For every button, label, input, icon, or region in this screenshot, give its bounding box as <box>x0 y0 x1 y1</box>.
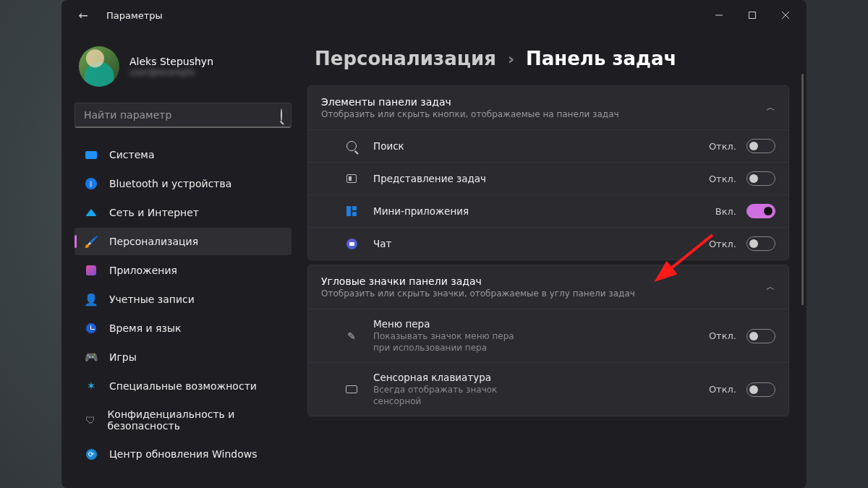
apps-icon <box>85 264 98 277</box>
widgets-icon <box>343 206 360 216</box>
refresh-icon: ⟳ <box>85 448 98 461</box>
chat-icon <box>343 239 360 249</box>
row-chat: Чат Откл. <box>308 227 788 260</box>
row-taskview: Представление задач Откл. <box>308 162 788 194</box>
sidebar-item-label: Время и язык <box>109 322 181 334</box>
maximize-button[interactable] <box>736 4 769 27</box>
profile-name: Aleks Stepushyn <box>129 56 213 67</box>
back-button[interactable]: ← <box>73 9 93 22</box>
sidebar-item-accessibility[interactable]: ✶Специальные возможности <box>75 372 292 400</box>
breadcrumb-parent[interactable]: Персонализация <box>315 48 496 69</box>
sidebar-item-label: Конфиденциальность и безопасность <box>107 408 281 432</box>
toggle-state: Откл. <box>709 239 736 249</box>
sidebar-item-label: Игры <box>109 351 137 363</box>
close-button[interactable] <box>769 4 802 27</box>
accessibility-icon: ✶ <box>85 380 98 393</box>
breadcrumb-current: Панель задач <box>526 48 676 69</box>
sidebar-item-personalization[interactable]: 🖌️Персонализация <box>75 228 292 255</box>
sidebar-item-time[interactable]: Время и язык <box>75 314 292 342</box>
sidebar-item-gaming[interactable]: 🎮Игры <box>75 343 292 371</box>
corner-icons-panel: Угловые значки панели задач Отобразить и… <box>307 265 789 416</box>
toggle-state: Откл. <box>709 330 736 341</box>
row-touch-keyboard: Сенсорная клавиатура Всегда отображать з… <box>308 362 788 416</box>
toggle-taskview[interactable] <box>746 171 775 186</box>
sidebar-item-label: Специальные возможности <box>109 380 257 392</box>
row-label: Чат <box>373 238 709 249</box>
row-pen-menu: ✎ Меню пера Показывать значок меню пера … <box>308 309 788 362</box>
search-box[interactable] <box>75 103 292 128</box>
search-icon <box>281 109 282 121</box>
panel-subtitle: Отобразить или скрыть кнопки, отображаем… <box>321 109 766 119</box>
sidebar-item-label: Система <box>109 149 154 160</box>
panel-header[interactable]: Элементы панели задач Отобразить или скр… <box>308 86 788 129</box>
sidebar-item-update[interactable]: ⟳Центр обновления Windows <box>75 440 292 468</box>
panel-header[interactable]: Угловые значки панели задач Отобразить и… <box>308 265 788 309</box>
taskview-icon <box>343 174 360 183</box>
chevron-right-icon: › <box>508 50 514 68</box>
sidebar-item-accounts[interactable]: 👤Учетные записи <box>75 286 292 313</box>
taskbar-items-panel: Элементы панели задач Отобразить или скр… <box>307 85 789 260</box>
wifi-icon <box>85 206 98 219</box>
sidebar: Aleks Stepushyn user@example Система ᛒBl… <box>61 30 300 488</box>
toggle-state: Вкл. <box>715 206 736 217</box>
row-sublabel: Показывать значок меню пера при использо… <box>373 331 532 354</box>
chevron-up-icon: ︿ <box>766 281 775 294</box>
svg-rect-1 <box>749 12 756 19</box>
profile[interactable]: Aleks Stepushyn user@example <box>75 43 292 100</box>
toggle-widgets[interactable] <box>746 204 775 218</box>
row-search: Поиск Откл. <box>308 129 788 162</box>
row-label: Мини-приложения <box>373 205 715 217</box>
chevron-up-icon: ︿ <box>766 101 775 114</box>
sidebar-item-network[interactable]: Сеть и Интернет <box>75 199 292 226</box>
row-sublabel: Всегда отображать значок сенсорной <box>373 385 532 407</box>
keyboard-icon <box>343 385 360 393</box>
toggle-state: Откл. <box>709 174 736 184</box>
sidebar-item-label: Учетные записи <box>109 294 195 305</box>
row-label: Меню пера <box>373 318 709 330</box>
nav: Система ᛒBluetooth и устройства Сеть и И… <box>75 141 292 468</box>
gamepad-icon: 🎮 <box>85 351 98 364</box>
sidebar-item-system[interactable]: Система <box>75 141 292 168</box>
sidebar-item-label: Центр обновления Windows <box>109 448 257 460</box>
search-icon <box>343 141 360 151</box>
shield-icon: 🛡 <box>85 414 95 427</box>
minimize-button[interactable] <box>702 4 736 27</box>
toggle-search[interactable] <box>746 139 775 153</box>
sidebar-item-privacy[interactable]: 🛡Конфиденциальность и безопасность <box>75 401 292 439</box>
toggle-chat[interactable] <box>746 236 775 251</box>
panel-title: Угловые значки панели задач <box>321 275 766 287</box>
sidebar-item-apps[interactable]: Приложения <box>75 257 292 284</box>
clock-icon <box>85 322 98 335</box>
window-title: Параметры <box>106 10 163 21</box>
profile-email: user@example <box>129 67 213 77</box>
sidebar-item-bluetooth[interactable]: ᛒBluetooth и устройства <box>75 170 292 197</box>
system-icon <box>85 148 98 161</box>
sidebar-item-label: Bluetooth и устройства <box>109 178 231 189</box>
breadcrumb: Персонализация › Панель задач <box>307 48 789 69</box>
panel-subtitle: Отобразить или скрыть значки, отображаем… <box>321 288 766 299</box>
toggle-pen-menu[interactable] <box>746 329 775 343</box>
scrollbar[interactable] <box>801 74 804 305</box>
search-input[interactable] <box>84 109 275 121</box>
sidebar-item-label: Сеть и Интернет <box>109 207 199 218</box>
sidebar-item-label: Персонализация <box>109 236 198 247</box>
sidebar-item-label: Приложения <box>109 265 177 276</box>
row-label: Сенсорная клавиатура <box>373 372 709 383</box>
brush-icon: 🖌️ <box>85 235 98 248</box>
settings-window: ← Параметры Aleks Stepushyn user@example… <box>61 0 807 488</box>
titlebar: ← Параметры <box>61 0 807 30</box>
row-label: Представление задач <box>373 173 709 184</box>
pen-icon: ✎ <box>343 330 360 342</box>
panel-title: Элементы панели задач <box>321 96 766 108</box>
avatar <box>79 46 119 87</box>
toggle-state: Откл. <box>709 384 736 395</box>
row-label: Поиск <box>373 140 709 152</box>
toggle-touch-keyboard[interactable] <box>746 382 775 397</box>
main-content: Персонализация › Панель задач Элементы п… <box>300 30 807 488</box>
toggle-state: Откл. <box>709 141 736 152</box>
person-icon: 👤 <box>85 293 98 306</box>
bluetooth-icon: ᛒ <box>85 177 98 190</box>
row-widgets: Мини-приложения Вкл. <box>308 194 788 227</box>
